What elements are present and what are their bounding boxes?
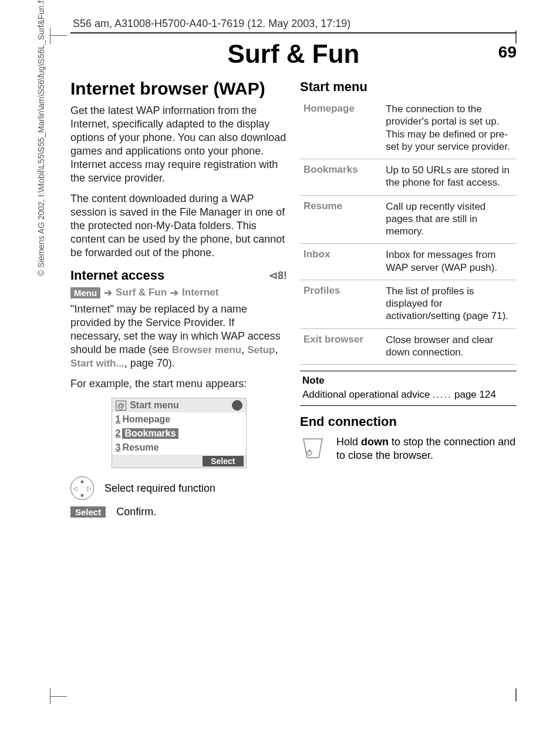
subheading-end-connection: End connection [300,414,517,429]
softkey-select: Select [203,456,243,466]
screen-title-row: @ Start menu [112,398,246,412]
end-connection-row: Hold down to stop the connection and to … [300,435,517,462]
header-rule [70,32,517,33]
table-row: Exit browser Close browser and clear dow… [300,328,517,365]
confirm-instruction-text: Confirm. [116,506,156,518]
screen-item-3: 3 Resume [112,441,246,455]
table-row: Homepage The connection to the provider'… [300,98,517,159]
crop-mark-top-left [50,35,67,52]
menu-badge: Menu [70,287,100,298]
menu-step-2: Internet [182,287,218,298]
select-softkey-badge: Select [70,506,106,518]
page-title: Surf & Fun [70,39,517,69]
row-key: Bookmarks [300,159,382,196]
end-connection-text: Hold down to stop the connection and to … [336,435,517,462]
nav-instruction-row: ◁▷ Select required function [70,476,287,500]
note-title: Note [302,375,514,387]
item-label: Bookmarks [122,428,178,439]
note-page-ref: page 124 [454,389,496,400]
phone-screen-mock: @ Start menu 1 Homepage 2 Bookmarks 3 Re… [112,398,247,468]
item-number: 3 [116,442,121,453]
example-intro: For example, the start menu appears: [70,377,287,391]
internet-access-paragraph: "Internet" may be replaced by a name pro… [70,303,287,370]
subheading-text: Internet access [70,268,164,283]
globe-icon [232,400,242,411]
ref-setup: Setup [247,344,275,355]
hangup-key-icon [300,435,326,461]
arrow-icon: ➔ [104,287,112,299]
row-key: Profiles [300,280,382,328]
row-value: The list of profiles is displayed for ac… [382,280,517,328]
subheading-internet-access: Internet access ⊲8! [70,268,287,283]
subheading-text: Start menu [300,79,367,95]
row-value: Up to 50 URLs are stored in the phone fo… [382,159,517,196]
note-text: Additional operational advice [302,389,430,400]
row-key: Exit browser [300,328,382,365]
crop-mark-bottom-right [515,689,517,701]
screen-item-2: 2 Bookmarks [112,427,246,441]
header-file-path: S56 am, A31008-H5700-A40-1-7619 (12. May… [70,18,517,30]
row-key: Homepage [300,98,382,159]
table-row: Bookmarks Up to 50 URLs are stored in th… [300,159,517,196]
menu-step-1: Surf & Fun [116,287,167,298]
text-span: , page 70). [124,357,175,369]
subheading-text: End connection [300,414,397,429]
text-span: Hold [336,436,361,448]
left-column: Internet browser (WAP) Get the latest WA… [70,77,287,524]
item-number: 2 [116,428,121,439]
intro-paragraph-2: The content downloaded during a WAP sess… [70,192,287,260]
nav-instruction-text: Select required function [104,482,215,495]
service-provider-icon: ⊲8! [269,269,287,282]
subheading-start-menu: Start menu [300,79,517,95]
right-column: Start menu Homepage The connection to th… [300,77,517,524]
note-dots: ..... [430,389,454,400]
menu-navigation-path: Menu ➔ Surf & Fun ➔ Internet [70,287,287,299]
start-menu-table: Homepage The connection to the provider'… [300,98,517,365]
item-label: Homepage [122,414,170,425]
item-number: 1 [116,414,121,425]
navigation-key-icon: ◁▷ [70,476,94,500]
sidebar-copyright: © Siemens AG 2002, I:\Mobil\L55\S55_Marl… [36,0,46,276]
table-row: Resume Call up recently visited pages th… [300,195,517,244]
row-value: The connection to the provider's portal … [382,98,517,159]
text-span: , [241,344,247,355]
row-value: Inbox for messages from WAP server (WAP … [382,244,517,280]
screen-softkey-row: Select [112,455,246,468]
crop-mark-bottom-left [50,680,67,697]
section-heading-wap: Internet browser (WAP) [70,79,287,98]
row-value: Close browser and clear down connection. [382,328,517,365]
text-span: , [275,344,278,355]
row-key: Resume [300,195,382,244]
item-label: Resume [122,442,158,453]
screen-title: Start menu [130,400,179,411]
ref-browser-menu: Browser menu [172,344,241,355]
row-key: Inbox [300,244,382,280]
confirm-instruction-row: Select Confirm. [70,506,287,518]
arrow-icon: ➔ [170,287,178,299]
ref-start-with: Start with... [70,358,124,369]
row-value: Call up recently visited pages that are … [382,195,517,244]
at-icon: @ [116,401,127,411]
page-number: 69 [498,43,517,62]
note-box: Note Additional operational advice.....p… [300,371,517,406]
screen-item-1: 1 Homepage [112,412,246,427]
text-bold: down [361,436,389,448]
table-row: Inbox Inbox for messages from WAP server… [300,244,517,280]
table-row: Profiles The list of profiles is display… [300,280,517,328]
intro-paragraph-1: Get the latest WAP information from the … [70,104,287,185]
